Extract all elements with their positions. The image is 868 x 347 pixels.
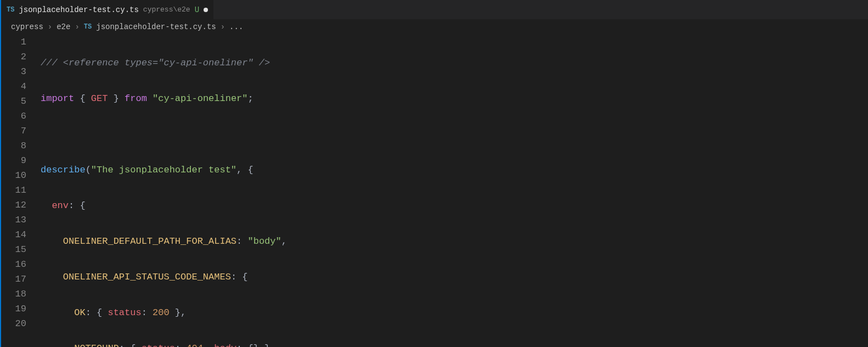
line-number: 20 xyxy=(1,316,26,331)
code-editor[interactable]: 1234567891011121314151617181920 /// <ref… xyxy=(1,35,868,347)
code-line[interactable]: NOTFOUND: { status: 404, body: {} }, xyxy=(41,341,868,347)
line-number: 17 xyxy=(1,272,26,287)
code-line[interactable]: ONELINER_DEFAULT_PATH_FOR_ALIAS: "body", xyxy=(41,234,868,249)
line-number: 2 xyxy=(1,49,26,64)
ts-icon: TS xyxy=(7,6,14,14)
code-line[interactable]: import { GET } from "cy-api-oneliner"; xyxy=(41,91,868,106)
tab-bar: TS jsonplaceholder-test.cy.ts cypress\e2… xyxy=(1,0,868,19)
line-gutter: 1234567891011121314151617181920 xyxy=(1,35,41,347)
line-number: 6 xyxy=(1,109,26,124)
line-number: 13 xyxy=(1,212,26,227)
code-line[interactable]: ONELINER_API_STATUS_CODE_NAMES: { xyxy=(41,270,868,284)
breadcrumb-segment[interactable]: cypress xyxy=(11,23,43,31)
line-number: 1 xyxy=(1,35,26,49)
code-line[interactable]: OK: { status: 200 }, xyxy=(41,305,868,320)
line-number: 5 xyxy=(1,94,26,109)
tab-git-status: U xyxy=(195,5,199,14)
tab-filename: jsonplaceholder-test.cy.ts xyxy=(19,5,138,14)
unsaved-dot-icon[interactable] xyxy=(204,8,208,12)
line-number: 12 xyxy=(1,198,26,212)
chevron-right-icon: › xyxy=(48,23,52,31)
chevron-right-icon: › xyxy=(75,23,79,31)
code-line[interactable]: env: { xyxy=(41,198,868,213)
line-number: 8 xyxy=(1,138,26,153)
line-number: 16 xyxy=(1,257,26,272)
line-number: 15 xyxy=(1,242,26,257)
tab-path: cypress\e2e xyxy=(143,5,190,14)
chevron-right-icon: › xyxy=(221,23,225,31)
line-number: 4 xyxy=(1,79,26,94)
breadcrumb[interactable]: cypress › e2e › TS jsonplaceholder-test.… xyxy=(1,19,868,35)
editor-tab[interactable]: TS jsonplaceholder-test.cy.ts cypress\e2… xyxy=(1,0,214,19)
line-number: 19 xyxy=(1,301,26,316)
line-number: 9 xyxy=(1,153,26,168)
line-number: 14 xyxy=(1,227,26,242)
line-number: 7 xyxy=(1,124,26,138)
line-number: 18 xyxy=(1,287,26,301)
breadcrumb-ellipsis[interactable]: ... xyxy=(229,23,243,31)
code-line[interactable]: /// <reference types="cy-api-oneliner" /… xyxy=(41,55,868,70)
ts-icon: TS xyxy=(84,23,92,31)
breadcrumb-segment[interactable]: e2e xyxy=(57,23,70,31)
line-number: 11 xyxy=(1,183,26,198)
code-area[interactable]: /// <reference types="cy-api-oneliner" /… xyxy=(41,35,868,347)
line-number: 10 xyxy=(1,168,26,183)
code-line[interactable]: describe("The jsonplaceholder test", { xyxy=(41,163,868,177)
breadcrumb-segment[interactable]: jsonplaceholder-test.cy.ts xyxy=(96,23,216,31)
line-number: 3 xyxy=(1,64,26,79)
code-line[interactable] xyxy=(41,127,868,142)
